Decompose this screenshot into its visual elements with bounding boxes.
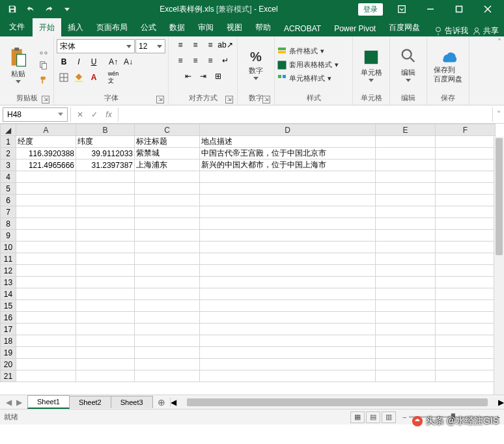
cell-styles-button[interactable]: 单元格样式 ▾ bbox=[277, 72, 339, 85]
cell[interactable] bbox=[436, 288, 496, 300]
bold-button[interactable]: B bbox=[57, 55, 71, 69]
row-header[interactable]: 17 bbox=[1, 324, 16, 335]
cell[interactable] bbox=[76, 230, 135, 242]
align-center-icon[interactable]: ≡ bbox=[188, 53, 203, 68]
cell[interactable] bbox=[436, 277, 496, 288]
row-header[interactable]: 18 bbox=[1, 335, 16, 347]
cell[interactable] bbox=[376, 230, 436, 242]
cell[interactable] bbox=[436, 160, 496, 171]
cell[interactable] bbox=[436, 324, 496, 335]
cell[interactable] bbox=[76, 312, 135, 324]
row-header[interactable]: 21 bbox=[1, 370, 16, 382]
cell[interactable] bbox=[436, 265, 496, 277]
cancel-formula-icon[interactable]: ✕ bbox=[74, 110, 87, 119]
cell[interactable] bbox=[16, 253, 76, 265]
number-dialog-icon[interactable]: ⇲ bbox=[262, 96, 270, 104]
cell[interactable] bbox=[200, 370, 376, 382]
cell[interactable] bbox=[436, 253, 496, 265]
sheet-tab-3[interactable]: Sheet3 bbox=[111, 396, 153, 408]
vertical-scrollbar[interactable] bbox=[494, 137, 504, 395]
cell[interactable] bbox=[135, 324, 200, 335]
number-format-button[interactable]: % 数字 bbox=[240, 42, 272, 88]
align-left-icon[interactable]: ≡ bbox=[173, 53, 188, 68]
cell[interactable] bbox=[135, 277, 200, 288]
cell[interactable] bbox=[76, 300, 135, 312]
row-header[interactable]: 16 bbox=[1, 312, 16, 324]
cell[interactable] bbox=[135, 253, 200, 265]
cell[interactable] bbox=[135, 242, 200, 253]
border-icon[interactable] bbox=[57, 70, 71, 85]
cell[interactable] bbox=[200, 171, 376, 183]
col-header[interactable]: C bbox=[135, 124, 200, 136]
cell[interactable] bbox=[76, 206, 135, 218]
align-middle-icon[interactable]: ≡ bbox=[188, 38, 203, 52]
cell[interactable] bbox=[16, 324, 76, 335]
cell[interactable] bbox=[76, 171, 135, 183]
sheet-nav-prev-icon[interactable]: ◀ bbox=[4, 398, 13, 407]
col-header[interactable]: B bbox=[76, 124, 135, 136]
clipboard-dialog-icon[interactable]: ⇲ bbox=[42, 96, 49, 104]
cell[interactable] bbox=[76, 183, 135, 195]
font-size-combo[interactable]: 12 bbox=[135, 39, 165, 53]
cell[interactable] bbox=[135, 171, 200, 183]
name-box[interactable]: H48 bbox=[3, 107, 68, 122]
align-dialog-icon[interactable]: ⇲ bbox=[225, 96, 233, 104]
cell[interactable] bbox=[436, 347, 496, 359]
row-header[interactable]: 12 bbox=[1, 265, 16, 277]
cell[interactable] bbox=[16, 218, 76, 230]
cell[interactable] bbox=[376, 335, 436, 347]
cell[interactable] bbox=[436, 183, 496, 195]
cell[interactable] bbox=[76, 277, 135, 288]
sheet-nav-next-icon[interactable]: ▶ bbox=[14, 398, 23, 407]
font-dialog-icon[interactable]: ⇲ bbox=[156, 96, 164, 104]
cell[interactable]: 上海浦东 bbox=[135, 160, 200, 171]
row-header[interactable]: 19 bbox=[1, 347, 16, 359]
row-header[interactable]: 1 bbox=[1, 136, 16, 148]
cell[interactable] bbox=[135, 370, 200, 382]
format-painter-icon[interactable] bbox=[36, 73, 51, 87]
cell[interactable] bbox=[436, 206, 496, 218]
cell[interactable] bbox=[376, 312, 436, 324]
cell[interactable] bbox=[135, 288, 200, 300]
cell[interactable]: 116.3920388 bbox=[16, 148, 76, 160]
cell[interactable]: 纬度 bbox=[76, 136, 135, 148]
cell[interactable] bbox=[16, 183, 76, 195]
cell[interactable] bbox=[200, 324, 376, 335]
cell[interactable] bbox=[376, 253, 436, 265]
tab-baidu[interactable]: 百度网盘 bbox=[382, 18, 427, 36]
tab-powerpivot[interactable]: Power Pivot bbox=[328, 20, 382, 36]
cell[interactable]: 地点描述 bbox=[200, 136, 376, 148]
view-page-break-icon[interactable]: ▥ bbox=[382, 411, 396, 423]
cell[interactable] bbox=[200, 183, 376, 195]
tab-formulas[interactable]: 公式 bbox=[134, 18, 163, 36]
cell[interactable] bbox=[135, 230, 200, 242]
cell[interactable] bbox=[376, 183, 436, 195]
cell[interactable] bbox=[436, 312, 496, 324]
zoom-slider[interactable]: − + bbox=[402, 413, 500, 421]
cell[interactable] bbox=[16, 230, 76, 242]
sheet-tab-2[interactable]: Sheet2 bbox=[69, 396, 111, 408]
cell[interactable] bbox=[376, 206, 436, 218]
copy-icon[interactable] bbox=[36, 58, 51, 72]
cell[interactable] bbox=[436, 195, 496, 206]
share-button[interactable]: 共享 bbox=[472, 25, 499, 36]
cell[interactable] bbox=[200, 288, 376, 300]
col-header[interactable]: E bbox=[376, 124, 436, 136]
cell[interactable] bbox=[135, 312, 200, 324]
cell[interactable]: 31.2397387 bbox=[76, 160, 135, 171]
cell[interactable] bbox=[135, 359, 200, 370]
undo-icon[interactable] bbox=[22, 1, 39, 17]
cell[interactable] bbox=[376, 148, 436, 160]
underline-button[interactable]: U bbox=[87, 55, 101, 69]
col-header[interactable]: A bbox=[16, 124, 76, 136]
cell[interactable] bbox=[16, 265, 76, 277]
row-header[interactable]: 14 bbox=[1, 288, 16, 300]
conditional-format-button[interactable]: 条件格式 ▾ bbox=[277, 45, 339, 58]
cell[interactable] bbox=[76, 324, 135, 335]
cell[interactable] bbox=[200, 277, 376, 288]
zoom-out-icon[interactable]: − bbox=[402, 413, 406, 421]
cell[interactable] bbox=[436, 242, 496, 253]
cell[interactable]: 121.4965666 bbox=[16, 160, 76, 171]
cell[interactable] bbox=[376, 171, 436, 183]
cell[interactable]: 经度 bbox=[16, 136, 76, 148]
